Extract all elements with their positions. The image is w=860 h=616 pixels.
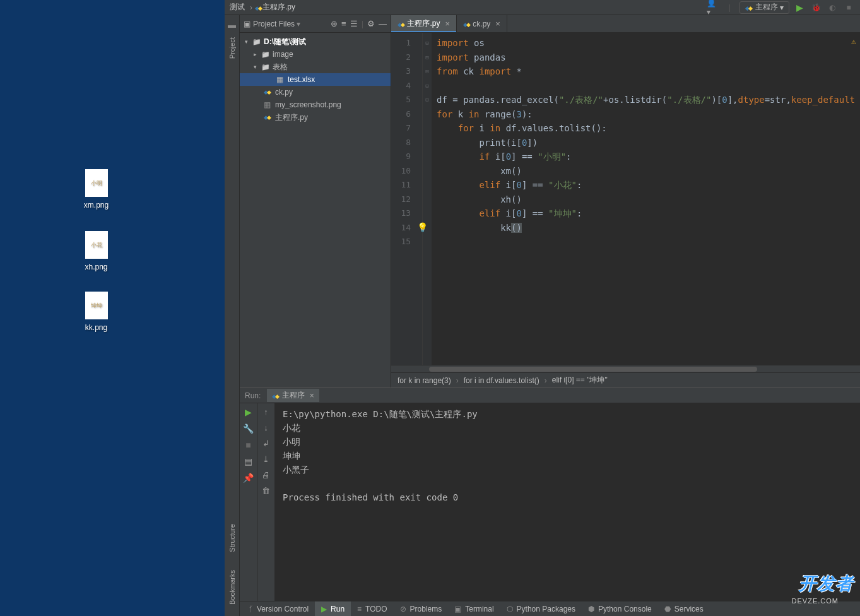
project-toolwindow-tab[interactable]: Project xyxy=(228,32,236,64)
wrench-icon[interactable]: 🔧 xyxy=(243,424,254,434)
clear-icon[interactable]: 🗑 xyxy=(262,486,270,495)
editor-tabs: 主程序.py × ck.py × xyxy=(391,15,860,33)
chevron-down-icon[interactable]: ▾ xyxy=(245,38,252,45)
navigation-bar: 测试 › 主程序.py 👤▾ | 主程序 ▾ ▶ 🐞 ◐ ■ xyxy=(225,0,860,15)
ide-window: 测试 › 主程序.py 👤▾ | 主程序 ▾ ▶ 🐞 ◐ ■ ▬ Project… xyxy=(225,0,860,616)
breadcrumb-separator: › xyxy=(250,3,252,12)
collapse-all-icon[interactable]: ☰ xyxy=(350,19,358,28)
services-tab[interactable]: ⬣Services xyxy=(658,601,710,616)
terminal-tab[interactable]: ▣Terminal xyxy=(448,601,500,616)
stop-button[interactable]: ■ xyxy=(842,3,855,13)
scrollbar-thumb[interactable] xyxy=(429,367,757,372)
chevron-down-icon[interactable]: ▾ xyxy=(297,20,300,28)
layout-icon[interactable]: ▤ xyxy=(244,456,252,466)
folder-image[interactable]: ▸ image xyxy=(240,48,391,61)
code-breadcrumbs: for k in range(3) › for i in df.values.t… xyxy=(391,372,860,388)
bookmarks-toolwindow-tab[interactable]: Bookmarks xyxy=(228,565,236,610)
line-number-gutter: 123456789101112131415 xyxy=(391,33,423,365)
todo-tab[interactable]: ≡TODO xyxy=(351,601,393,616)
file-main-py[interactable]: 主程序.py xyxy=(240,111,391,124)
excel-file-icon xyxy=(276,75,286,84)
close-icon[interactable]: × xyxy=(310,391,314,400)
file-ck-py[interactable]: ck.py xyxy=(240,86,391,98)
user-icon[interactable]: 👤▾ xyxy=(707,3,719,13)
play-icon: ▶ xyxy=(321,605,327,613)
watermark-url: DEVZE.COM xyxy=(792,597,839,605)
folder-icon xyxy=(261,50,271,59)
folder-stripe-icon: ▬ xyxy=(228,20,236,30)
project-root[interactable]: ▾ D:\随笔\测试 xyxy=(240,35,391,48)
up-icon[interactable]: ↑ xyxy=(264,407,268,417)
expand-all-icon[interactable]: ≡ xyxy=(341,19,346,28)
editor-area: 主程序.py × ck.py × 123456789101112131415 ⊟… xyxy=(391,15,860,388)
run-configuration-selector[interactable]: 主程序 ▾ xyxy=(739,1,789,14)
scroll-to-end-icon[interactable]: ⤓ xyxy=(262,454,269,464)
run-toolbar-right: ↑ ↓ ↲ ⤓ 🖨 🗑 xyxy=(257,403,275,601)
python-console-tab[interactable]: ⬢Python Console xyxy=(582,601,658,616)
project-header: ▣ Project Files ▾ ⊕ ≡ ☰ | ⚙ — xyxy=(240,15,391,33)
hide-icon[interactable]: — xyxy=(379,19,387,28)
chevron-right-icon[interactable]: ▸ xyxy=(254,51,261,57)
python-file-icon xyxy=(264,89,274,95)
desktop-file-xm[interactable]: 小明 xm.png xyxy=(73,169,120,210)
python-console-icon: ⬢ xyxy=(588,605,594,613)
down-icon[interactable]: ↓ xyxy=(264,423,268,432)
coverage-button[interactable]: ◐ xyxy=(826,3,839,13)
todo-icon: ≡ xyxy=(357,605,362,613)
rerun-icon[interactable]: ▶ xyxy=(245,407,252,417)
soft-wrap-icon[interactable]: ↲ xyxy=(262,439,269,448)
breadcrumb-project[interactable]: 测试 xyxy=(230,2,245,13)
desktop-file-xh[interactable]: 小花 xh.png xyxy=(73,231,120,271)
code-editor[interactable]: 123456789101112131415 ⊟ ⊟ ⊟⊟ ⊟ 💡 ⚠ impor… xyxy=(391,33,860,365)
file-test-xlsx[interactable]: test.xlsx xyxy=(240,73,391,86)
python-file-icon xyxy=(264,114,274,121)
project-tree[interactable]: ▾ D:\随笔\测试 ▸ image ▾ 表格 xyxy=(240,33,391,388)
chevron-down-icon[interactable]: ▾ xyxy=(254,64,261,70)
folder-tables[interactable]: ▾ 表格 xyxy=(240,61,391,73)
tab-ck-py[interactable]: ck.py × xyxy=(457,15,507,32)
project-tool-window: ▣ Project Files ▾ ⊕ ≡ ☰ | ⚙ — xyxy=(240,15,391,388)
run-button[interactable]: ▶ xyxy=(793,3,806,13)
breadcrumb-item[interactable]: for i in df.values.tolist() xyxy=(464,376,539,385)
pin-icon[interactable]: 📌 xyxy=(243,473,254,483)
run-tab[interactable]: ▶Run xyxy=(315,601,351,616)
image-file-icon: ▦ xyxy=(264,100,274,109)
structure-toolwindow-tab[interactable]: Structure xyxy=(228,519,236,557)
breadcrumb-item[interactable]: elif i[0] == "坤坤" xyxy=(552,375,608,386)
folder-icon: ▣ xyxy=(244,20,250,28)
intention-bulb-icon[interactable]: 💡 xyxy=(417,222,428,232)
fold-gutter[interactable]: ⊟ ⊟ ⊟⊟ ⊟ xyxy=(423,33,432,365)
file-label: xh.png xyxy=(85,263,107,271)
packages-icon: ⬡ xyxy=(507,605,513,613)
breadcrumb-file[interactable]: 主程序.py xyxy=(262,2,295,13)
select-opened-file-icon[interactable]: ⊕ xyxy=(331,19,338,28)
inspection-warnings-icon[interactable]: ⚠ xyxy=(851,37,856,46)
desktop-file-kk[interactable]: 坤坤 kk.png xyxy=(73,292,120,332)
thumbnail: 小花 xyxy=(85,231,108,259)
breadcrumb-item[interactable]: for k in range(3) xyxy=(398,376,451,385)
version-control-tab[interactable]: ᚶVersion Control xyxy=(242,601,315,616)
divider: | xyxy=(723,3,736,13)
watermark-logo: 开发者 xyxy=(799,572,854,596)
close-icon[interactable]: × xyxy=(445,19,450,28)
problems-tab[interactable]: ⊘Problems xyxy=(394,601,449,616)
project-view-selector[interactable]: Project Files xyxy=(253,20,295,28)
print-icon[interactable]: 🖨 xyxy=(262,470,270,480)
tab-main-py[interactable]: 主程序.py × xyxy=(391,15,457,32)
run-tab[interactable]: 主程序 × xyxy=(267,389,319,402)
code-content[interactable]: import os import pandas from ck import *… xyxy=(432,33,860,365)
settings-icon[interactable]: ⚙ xyxy=(367,19,375,28)
stop-icon[interactable]: ■ xyxy=(245,440,250,450)
python-icon xyxy=(272,391,280,400)
thumbnail: 小明 xyxy=(85,169,108,197)
run-label: Run: xyxy=(245,391,261,400)
file-label: kk.png xyxy=(85,323,107,332)
file-my-screenshot[interactable]: ▦ my_screenshot.png xyxy=(240,98,391,111)
python-file-icon xyxy=(255,3,262,12)
console-output[interactable]: E:\py\python.exe D:\随笔\测试\主程序.py 小花 小明 坤… xyxy=(275,403,860,601)
python-packages-tab[interactable]: ⬡Python Packages xyxy=(500,601,582,616)
branch-icon: ᚶ xyxy=(249,605,253,613)
debug-button[interactable]: 🐞 xyxy=(810,3,822,13)
close-icon[interactable]: × xyxy=(495,19,500,28)
horizontal-scrollbar[interactable] xyxy=(391,365,860,372)
